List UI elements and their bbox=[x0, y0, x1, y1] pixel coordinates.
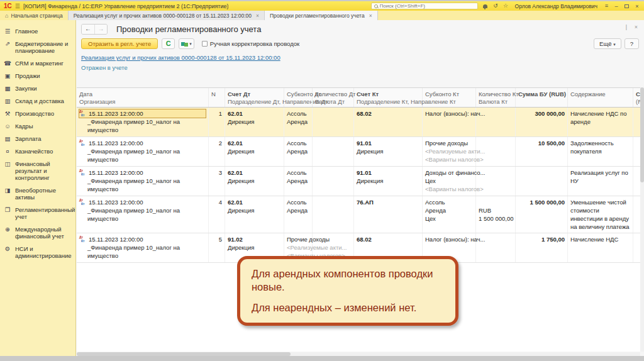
service-menu-icon[interactable]: ≡ bbox=[603, 3, 610, 9]
cell-quantity-dt bbox=[313, 196, 354, 233]
table-header-row: ДатаОрганизацияNСчет ДтПодразделение Дт,… bbox=[77, 87, 640, 108]
cell-number: 4 bbox=[209, 196, 225, 233]
nav-forward-button[interactable]: → bbox=[94, 25, 107, 34]
subconto-dt-line: Ассоль bbox=[287, 169, 309, 177]
sidebar-item-crm[interactable]: ☎CRM и маркетинг bbox=[3, 57, 74, 69]
tab-postings[interactable]: Проводки регламентированного учета × bbox=[265, 11, 378, 20]
help-button[interactable]: ? bbox=[625, 38, 639, 49]
sidebar-item-treasury[interactable]: ¤Казначейство bbox=[3, 145, 74, 157]
cell-date-org: ДтКт15.11.2023 12:00:00_Финаренда пример… bbox=[77, 108, 209, 136]
checkbox-box[interactable] bbox=[202, 41, 208, 47]
sidebar-item-ifrs[interactable]: ⊕Международный финансовый учет bbox=[3, 223, 74, 242]
department-dt-value: Дирекция bbox=[228, 243, 281, 252]
horizontal-scrollbar[interactable] bbox=[77, 352, 640, 356]
sidebar-item-payroll[interactable]: ▤Зарплата bbox=[3, 132, 74, 145]
postings-view-dropdown[interactable]: ▾ bbox=[179, 38, 194, 49]
column-header-line2: Валюта Кт bbox=[479, 98, 513, 106]
tab-close-icon[interactable]: × bbox=[256, 13, 259, 19]
main-menu-icon[interactable]: ☰ bbox=[15, 3, 20, 9]
favorites-star-icon[interactable]: ☆ bbox=[502, 3, 509, 9]
account-dt-value: 62.01 bbox=[228, 169, 281, 177]
table-row[interactable]: ДтКт15.11.2023 12:00:00_Финаренда пример… bbox=[77, 108, 640, 137]
column-header-1[interactable]: N bbox=[209, 88, 225, 107]
date-cell[interactable]: ДтКт15.11.2023 12:00:00 bbox=[79, 235, 206, 243]
document-link[interactable]: Реализация услуг и прочих активов 0000-0… bbox=[81, 54, 280, 61]
global-search[interactable] bbox=[371, 3, 478, 9]
section-sidebar: ☰Главное⇗Бюджетирование и планирование☎C… bbox=[0, 20, 76, 356]
cell-subconto-dt: АссольАренда bbox=[284, 108, 313, 136]
column-header-line2: Подразделение Кт, Направление Кт bbox=[357, 98, 419, 106]
sidebar-item-main-menu[interactable]: ☰Главное bbox=[3, 25, 74, 37]
minimize-button[interactable]: – bbox=[613, 3, 619, 9]
column-header-line1: Субконто Кт bbox=[425, 90, 473, 98]
sidebar-item-budgeting[interactable]: ⇗Бюджетирование и планирование bbox=[3, 37, 74, 57]
sidebar-item-production[interactable]: ⚒Производство bbox=[3, 107, 74, 119]
date-cell[interactable]: ДтКт15.11.2023 12:00:00 bbox=[79, 139, 206, 147]
column-header-line2: Организация bbox=[79, 98, 206, 106]
column-header-8[interactable]: Сумма БУ (RUB) bbox=[516, 88, 568, 107]
date-cell[interactable]: ДтКт15.11.2023 12:00:00 bbox=[79, 169, 206, 177]
cell-subconto-kt: Налог (взносы): нач... bbox=[423, 108, 476, 136]
sidebar-item-warehouse[interactable]: ▥Склад и доставка bbox=[3, 94, 74, 107]
column-header-3[interactable]: Субконто Дт bbox=[284, 88, 313, 107]
restore-button[interactable] bbox=[625, 4, 629, 8]
search-input[interactable] bbox=[380, 3, 475, 9]
current-user[interactable]: Орлов Александр Владимирович bbox=[515, 3, 597, 9]
manual-correction-checkbox[interactable]: Ручная корректировка проводок bbox=[202, 40, 299, 47]
form-close-icon[interactable]: × bbox=[635, 24, 638, 30]
chevron-down-icon: ▾ bbox=[189, 42, 192, 47]
sidebar-item-label: Главное bbox=[15, 28, 38, 35]
sidebar-item-administration[interactable]: ⚙НСИ и администрирование bbox=[3, 242, 74, 262]
column-header-0[interactable]: ДатаОрганизация bbox=[77, 88, 209, 107]
vertical-scrollbar[interactable] bbox=[640, 87, 644, 352]
subconto-dt-line: Ассоль bbox=[287, 139, 309, 147]
history-icon[interactable]: ↺ bbox=[492, 3, 499, 9]
sidebar-item-regulated-accounting[interactable]: ❐Регламентированный учет bbox=[3, 203, 74, 223]
column-header-7[interactable]: Количество КтВалюта Кт bbox=[476, 88, 516, 107]
tab-close-icon[interactable]: × bbox=[369, 13, 372, 19]
purchases-icon: ▦ bbox=[4, 85, 11, 92]
refresh-button[interactable]: C bbox=[162, 38, 175, 49]
scrollbar-thumb[interactable] bbox=[640, 87, 644, 182]
column-header-5[interactable]: Счет КтПодразделение Кт, Направление Кт bbox=[354, 88, 423, 107]
command-bar: Отразить в регл. учете C ▾ Ручная коррек… bbox=[76, 36, 644, 52]
subconto-kt-line: <Варианты налогов> bbox=[425, 155, 473, 164]
sidebar-item-noncurrent-assets[interactable]: ◨Внеоборотные активы bbox=[3, 184, 74, 203]
tab-home[interactable]: ⌂ Начальная страница bbox=[0, 11, 68, 20]
column-header-line2: Валюта Дт bbox=[315, 98, 351, 106]
date-value: 15.11.2023 12:00:00 bbox=[89, 235, 143, 243]
account-kt-value: 68.02 bbox=[357, 235, 419, 243]
column-header-4[interactable]: Количество ДтВалюта Дт bbox=[313, 88, 354, 107]
notifications-bell-icon[interactable] bbox=[483, 4, 487, 8]
column-header-2[interactable]: Счет ДтПодразделение Дт, Направление Дт bbox=[225, 88, 284, 107]
sidebar-item-hr[interactable]: ☺Кадры bbox=[3, 119, 74, 132]
cell-cutoff bbox=[633, 196, 640, 233]
more-button[interactable]: Ещё ▾ bbox=[594, 38, 621, 49]
table-row[interactable]: ДтКт15.11.2023 12:00:00_Финаренда пример… bbox=[77, 167, 640, 196]
page-header: ← → Проводки регламентированного учета bbox=[76, 20, 644, 36]
selected-cell[interactable]: ДтКт15.11.2023 12:00:00 bbox=[79, 109, 206, 118]
subconto-dt-line: Аренда bbox=[287, 177, 309, 185]
form-pin-icon[interactable]: ❘ bbox=[624, 24, 629, 30]
subconto-dt-line: Аренда bbox=[287, 118, 309, 126]
column-header-9[interactable]: Содержание bbox=[568, 88, 633, 107]
cell-subconto-dt: АссольАренда bbox=[284, 167, 313, 196]
scrollbar-thumb[interactable] bbox=[77, 352, 291, 356]
sidebar-item-sales[interactable]: ▣Продажи bbox=[3, 69, 74, 82]
date-cell[interactable]: ДтКт15.11.2023 12:00:00 bbox=[79, 198, 206, 206]
tab-document[interactable]: Реализация услуг и прочих активов 0000-0… bbox=[68, 11, 265, 20]
column-header-6[interactable]: Субконто Кт bbox=[423, 88, 476, 107]
subconto-kt-line: Цех bbox=[425, 214, 473, 223]
sidebar-item-label: Продажи bbox=[15, 72, 40, 79]
sidebar-item-label: Регламентированный учет bbox=[15, 206, 75, 220]
column-header-10[interactable]: Су(R bbox=[633, 88, 640, 107]
nav-back-button[interactable]: ← bbox=[82, 25, 94, 34]
quantity-kt-line: RUB bbox=[479, 206, 513, 214]
table-row[interactable]: ДтКт15.11.2023 12:00:00_Финаренда пример… bbox=[77, 137, 640, 167]
table-row[interactable]: ДтКт15.11.2023 12:00:00_Финаренда пример… bbox=[77, 196, 640, 233]
reflect-in-accounting-button[interactable]: Отразить в регл. учете bbox=[81, 38, 158, 49]
sidebar-item-finresult[interactable]: ◫Финансовый результат и контроллинг bbox=[3, 157, 74, 184]
close-window-button[interactable]: × bbox=[634, 3, 640, 9]
organization-value: _Финаренда пример 10_налог на имущество bbox=[79, 243, 206, 260]
sidebar-item-purchases[interactable]: ▦Закупки bbox=[3, 82, 74, 94]
